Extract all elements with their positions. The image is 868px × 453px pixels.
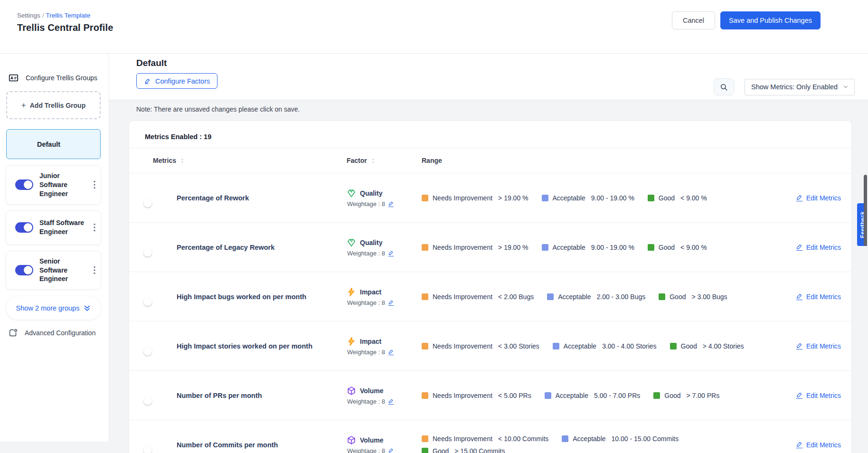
sidebar-group-card[interactable]: Junior Software Engineer	[6, 166, 101, 204]
range-color-swatch	[648, 195, 654, 201]
group-label: Staff Software Engineer	[39, 218, 87, 236]
metric-name: Percentage of Rework	[177, 194, 257, 202]
edit-weightage-icon[interactable]	[388, 250, 394, 256]
range-label: Needs Improvement	[433, 293, 492, 301]
range-color-swatch	[562, 435, 568, 442]
edit-weightage-icon[interactable]	[388, 398, 394, 405]
range-good: Good< 9.00 %	[648, 194, 707, 202]
metric-name: Number of Commits per month	[177, 441, 286, 449]
table-row: High Impact bugs worked on per month Imp…	[129, 272, 851, 321]
metric-name: High Impact bugs worked on per month	[177, 293, 315, 301]
range-list: Needs Improvement> 19.00 %Acceptable9.00…	[422, 244, 775, 251]
metric-name: Number of PRs per month	[177, 392, 271, 399]
range-good: Good> 4.00 Stories	[670, 342, 744, 350]
factor-name: Impact	[360, 338, 381, 345]
range-value: 10.00 - 15.00 Commits	[612, 435, 679, 443]
show-more-groups-button[interactable]: Show 2 more groups	[6, 296, 101, 320]
chevron-down-icon	[842, 84, 849, 90]
kebab-menu-icon[interactable]	[92, 264, 97, 276]
cancel-button[interactable]: Cancel	[672, 11, 715, 29]
weightage-value: Weightage : 8	[347, 398, 385, 405]
range-color-swatch	[422, 435, 428, 442]
range-value: > 19.00 %	[498, 244, 528, 251]
sort-icon[interactable]	[180, 157, 185, 164]
range-label: Good	[681, 342, 697, 350]
double-chevron-down-icon	[84, 304, 91, 312]
unsaved-changes-note: Note: There are unsaved changes please c…	[136, 105, 868, 113]
kebab-menu-icon[interactable]	[92, 221, 97, 234]
range-label: Acceptable	[556, 392, 588, 399]
range-list: Needs Improvement< 3.00 StoriesAcceptabl…	[422, 342, 775, 350]
show-metrics-filter-dropdown[interactable]: Show Metrics: Only Enabled	[745, 79, 855, 95]
advanced-configuration-link[interactable]: Advanced Configuration	[6, 328, 101, 338]
edit-weightage-icon[interactable]	[388, 349, 394, 355]
group-enabled-toggle[interactable]	[15, 222, 33, 233]
group-enabled-toggle[interactable]	[15, 265, 33, 275]
edit-metrics-link[interactable]: Edit Metrics	[796, 392, 841, 399]
range-list: Needs Improvement< 5.00 PRsAcceptable5.0…	[422, 392, 775, 399]
range-good: Good> 3.00 Bugs	[659, 293, 727, 301]
scrollbar-thumb[interactable]	[864, 175, 867, 246]
range-color-swatch	[547, 293, 554, 300]
pencil-icon	[796, 244, 802, 251]
edit-weightage-icon[interactable]	[388, 448, 394, 453]
column-header-range: Range	[422, 157, 775, 164]
pencil-icon	[796, 293, 802, 300]
range-color-swatch	[648, 244, 654, 251]
range-color-swatch	[545, 392, 551, 399]
range-label: Good	[670, 293, 686, 301]
group-header-band: Default Configure Factors Show Metrics: …	[109, 54, 868, 100]
range-acceptable: Acceptable9.00 - 19.00 %	[542, 244, 634, 251]
range-color-swatch	[422, 392, 428, 399]
range-color-swatch	[542, 244, 548, 251]
range-value: 9.00 - 19.00 %	[591, 194, 634, 202]
table-row: Number of Commits per month Volume Weigh…	[129, 420, 851, 453]
metrics-enabled-count: Metrics Enabled : 19	[129, 121, 851, 148]
factor-name: Volume	[360, 436, 384, 444]
sort-icon[interactable]	[371, 157, 376, 164]
range-label: Needs Improvement	[433, 342, 492, 350]
edit-weightage-icon[interactable]	[388, 300, 394, 306]
metric-name: High Impact stories worked on per month	[177, 342, 321, 350]
column-header-metrics[interactable]: Metrics	[153, 157, 347, 164]
weightage-value: Weightage : 8	[347, 200, 385, 208]
edit-metrics-link[interactable]: Edit Metrics	[796, 441, 841, 449]
edit-metrics-link[interactable]: Edit Metrics	[796, 194, 841, 202]
save-and-publish-button[interactable]: Save and Publish Changes	[720, 11, 821, 29]
range-value: > 4.00 Stories	[703, 342, 744, 350]
edit-weightage-icon[interactable]	[388, 201, 394, 207]
weightage-value: Weightage : 8	[347, 349, 385, 356]
breadcrumb-settings[interactable]: Settings	[17, 12, 40, 19]
sidebar-group-card[interactable]: Staff Software Engineer	[6, 211, 101, 245]
range-label: Good	[433, 447, 449, 453]
range-label: Acceptable	[564, 342, 596, 350]
range-color-swatch	[542, 195, 548, 201]
group-list: Junior Software Engineer Staff Software …	[6, 166, 101, 289]
factor-name: Quality	[360, 189, 382, 197]
range-good: Good> 15.00 Commits	[422, 447, 505, 453]
range-value: > 19.00 %	[498, 194, 528, 202]
group-enabled-toggle[interactable]	[15, 179, 33, 190]
table-row: High Impact stories worked on per month …	[129, 321, 851, 370]
range-acceptable: Acceptable3.00 - 4.00 Stories	[553, 342, 657, 350]
impact-lightning-icon	[347, 337, 356, 346]
sidebar-item-default-group[interactable]: Default	[6, 129, 101, 159]
range-acceptable: Acceptable9.00 - 19.00 %	[542, 194, 634, 202]
edit-metrics-link[interactable]: Edit Metrics	[796, 293, 841, 301]
breadcrumb-trellis-template[interactable]: Trellis Template	[46, 12, 91, 19]
column-header-factor[interactable]: Factor	[347, 157, 422, 164]
kebab-menu-icon[interactable]	[92, 179, 97, 191]
edit-metrics-link[interactable]: Edit Metrics	[796, 244, 841, 251]
weightage-value: Weightage : 8	[347, 250, 385, 257]
edit-metrics-link[interactable]: Edit Metrics	[796, 342, 841, 350]
breadcrumb-separator: /	[42, 12, 44, 19]
configure-factors-button[interactable]: Configure Factors	[136, 73, 217, 89]
range-value: > 7.00 PRs	[687, 392, 720, 399]
range-color-swatch	[653, 392, 660, 399]
sidebar-group-card[interactable]: Senior Software Engineer	[6, 251, 101, 290]
range-label: Needs Improvement	[433, 194, 492, 202]
add-trellis-group-button[interactable]: + Add Trellis Group	[6, 91, 101, 119]
range-list: Needs Improvement< 2.00 BugsAcceptable2.…	[422, 293, 775, 301]
search-button[interactable]	[714, 78, 734, 95]
quality-gem-icon	[347, 189, 356, 198]
